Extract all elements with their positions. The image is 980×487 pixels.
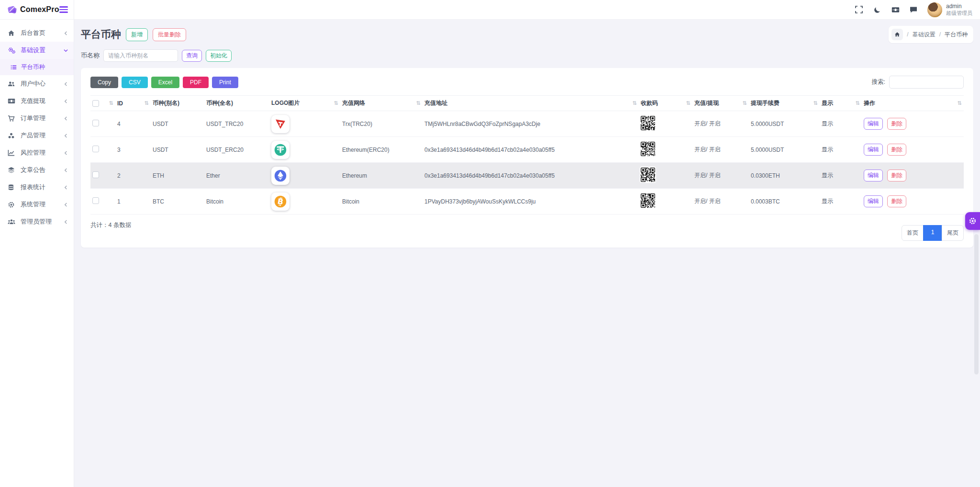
messages-icon[interactable] <box>904 6 923 13</box>
init-button[interactable]: 初始化 <box>206 50 232 62</box>
sort-icon[interactable]: ⇅ <box>109 100 113 106</box>
breadcrumb-item-current: 平台币种 <box>945 31 968 39</box>
settings-panel-toggle-button[interactable] <box>965 212 980 230</box>
export-copy-button[interactable]: Copy <box>90 77 118 88</box>
sidebar-item-admins[interactable]: 管理员管理 <box>0 213 74 230</box>
user-name: admin <box>946 3 972 10</box>
pagination-page-1[interactable]: 1 <box>923 225 942 241</box>
sidebar-item-orders[interactable]: 订单管理 <box>0 110 74 127</box>
sidebar-item-basic-settings[interactable]: 基础设置 <box>0 42 74 59</box>
user-menu[interactable]: admin 超级管理员 <box>927 2 972 17</box>
cell-fee: 0.0300ETH <box>749 163 820 189</box>
export-csv-button[interactable]: CSV <box>122 77 148 88</box>
cell-qrcode <box>639 111 692 137</box>
table-search-input[interactable] <box>889 76 964 89</box>
hamburger-menu-icon[interactable] <box>59 5 68 15</box>
qr-code[interactable] <box>641 142 655 156</box>
pagination-first-button[interactable]: 首页 <box>902 225 924 241</box>
sidebar-item-dashboard[interactable]: 后台首页 <box>0 24 74 42</box>
chevron-left-icon <box>64 168 68 172</box>
topbar: admin 超级管理员 <box>74 0 980 20</box>
sort-icon[interactable]: ⇅ <box>813 100 818 106</box>
cell-fullname: Ether <box>204 163 269 189</box>
user-group-icon <box>8 218 16 226</box>
qr-code[interactable] <box>641 168 655 182</box>
cell-display: 显示 <box>820 111 862 137</box>
cell-fee: 5.0000USDT <box>749 137 820 163</box>
sort-icon[interactable]: ⇅ <box>686 100 690 106</box>
delete-button[interactable]: 删除 <box>887 195 906 207</box>
cell-id: 2 <box>115 163 151 189</box>
edit-button[interactable]: 编辑 <box>864 144 883 156</box>
sort-icon[interactable]: ⇅ <box>856 100 860 106</box>
list-icon <box>11 64 17 70</box>
scrollbar[interactable] <box>974 234 979 374</box>
table-row: 3 USDT USDT_ERC20 Ethereum(ERC20) 0x3e1a… <box>90 137 964 163</box>
chevron-left-icon <box>64 151 68 155</box>
export-pdf-button[interactable]: PDF <box>183 77 209 88</box>
cell-qrcode <box>639 137 692 163</box>
sort-icon[interactable]: ⇅ <box>334 100 338 106</box>
sort-icon[interactable]: ⇅ <box>145 100 149 106</box>
breadcrumb-item[interactable]: 基础设置 <box>913 31 935 39</box>
cell-qrcode <box>639 189 692 215</box>
cell-alias: ETH <box>151 163 204 189</box>
cell-actions: 编辑 删除 <box>862 189 964 215</box>
query-button[interactable]: 查询 <box>182 50 202 62</box>
gear-icon <box>8 201 16 208</box>
edit-button[interactable]: 编辑 <box>864 195 883 207</box>
cell-id: 3 <box>115 137 151 163</box>
sort-icon[interactable]: ⇅ <box>416 100 421 106</box>
cell-deposit-withdraw: 开启/ 开启 <box>692 189 749 215</box>
line-chart-icon <box>8 149 16 157</box>
fullscreen-icon[interactable] <box>850 6 868 13</box>
users-icon <box>8 80 16 88</box>
row-checkbox[interactable] <box>92 120 99 126</box>
row-checkbox[interactable] <box>92 146 99 152</box>
add-button[interactable]: 新增 <box>126 28 148 41</box>
table-row: 2 ETH Ether Ethereum 0x3e1a693413d46d4b4… <box>90 163 964 189</box>
col-header-logo: LOGO图片⇅ <box>269 96 340 111</box>
qr-code[interactable] <box>641 116 655 130</box>
coin-name-input[interactable] <box>103 49 178 62</box>
cell-fullname: USDT_TRC20 <box>204 111 269 137</box>
chevron-left-icon <box>64 220 68 224</box>
cart-icon <box>8 114 16 122</box>
cluster-icon <box>8 132 16 139</box>
edit-button[interactable]: 编辑 <box>864 118 883 130</box>
delete-button[interactable]: 删除 <box>887 118 906 130</box>
sidebar-item-products[interactable]: 产品管理 <box>0 127 74 144</box>
sidebar-item-articles[interactable]: 文章公告 <box>0 161 74 179</box>
chevron-left-icon <box>64 99 68 103</box>
select-all-checkbox[interactable] <box>92 100 99 107</box>
wallet-icon[interactable] <box>886 7 904 13</box>
sort-icon[interactable]: ⇅ <box>633 100 637 106</box>
delete-button[interactable]: 删除 <box>887 144 906 156</box>
row-checkbox[interactable] <box>92 197 99 204</box>
breadcrumb-home-icon[interactable] <box>891 29 903 40</box>
dark-mode-moon-icon[interactable] <box>868 6 886 13</box>
pagination-last-button[interactable]: 尾页 <box>942 225 964 241</box>
sidebar-item-platform-coins[interactable]: 平台币种 <box>0 59 74 75</box>
sidebar-item-system[interactable]: 系统管理 <box>0 196 74 213</box>
export-excel-button[interactable]: Excel <box>151 77 179 88</box>
sidebar-item-deposit-withdraw[interactable]: 充值提现 <box>0 92 74 110</box>
batch-delete-button[interactable]: 批量删除 <box>153 28 186 41</box>
cell-fee: 0.0003BTC <box>749 189 820 215</box>
cell-deposit-withdraw: 开启/ 开启 <box>692 137 749 163</box>
sort-icon[interactable]: ⇅ <box>743 100 747 106</box>
sidebar-item-user-center[interactable]: 用户中心 <box>0 75 74 92</box>
sidebar-item-risk-control[interactable]: 风控管理 <box>0 144 74 161</box>
cell-logo: B <box>269 189 340 215</box>
sort-icon[interactable]: ⇅ <box>958 100 962 106</box>
export-print-button[interactable]: Print <box>212 77 238 88</box>
delete-button[interactable]: 删除 <box>887 170 906 181</box>
row-checkbox[interactable] <box>92 171 99 178</box>
cell-logo <box>269 163 340 189</box>
qr-code[interactable] <box>641 193 655 208</box>
sidebar-item-reports[interactable]: 报表统计 <box>0 179 74 196</box>
cell-network: Trx(TRC20) <box>340 111 423 137</box>
cell-deposit-withdraw: 开启/ 开启 <box>692 111 749 137</box>
gears-icon <box>8 46 16 54</box>
edit-button[interactable]: 编辑 <box>864 170 883 181</box>
